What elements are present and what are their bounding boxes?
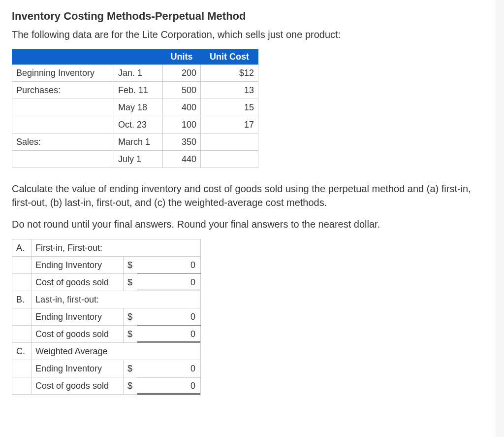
section-letter: C. (12, 343, 32, 360)
row-cost: $12 (201, 65, 258, 82)
answer-row: Cost of goods sold $ 0 (12, 274, 201, 291)
row-cost (201, 151, 258, 168)
table-row: Beginning Inventory Jan. 1 200 $12 (12, 65, 258, 82)
ei-value-input[interactable]: 0 (137, 257, 201, 274)
th-blank-1 (12, 50, 114, 65)
section-name: Last-in, first-out: (32, 291, 201, 308)
page-title: Inventory Costing Methods-Perpetual Meth… (12, 10, 492, 23)
section-letter: A. (12, 239, 32, 257)
row-label (12, 151, 114, 168)
answer-row: Cost of goods sold $ 0 (12, 326, 201, 343)
cogs-label: Cost of goods sold (32, 377, 124, 395)
cogs-value-input[interactable]: 0 (137, 377, 201, 395)
row-cost (201, 134, 258, 151)
row-label: Sales: (12, 134, 114, 151)
row-date: Feb. 11 (114, 82, 163, 99)
row-label: Purchases: (12, 82, 114, 99)
row-units: 400 (163, 99, 201, 116)
cogs-value-input[interactable]: 0 (137, 274, 201, 291)
answer-row: Ending Inventory $ 0 (12, 308, 201, 326)
row-units: 440 (163, 151, 201, 168)
row-cost: 13 (201, 82, 258, 99)
section-header-row: A. First-in, First-out: (12, 239, 201, 257)
intro-text: The following data are for the Lite Corp… (12, 28, 492, 41)
row-date: Oct. 23 (114, 116, 163, 134)
th-units: Units (163, 50, 201, 65)
cogs-label: Cost of goods sold (32, 274, 124, 291)
answers-table: A. First-in, First-out: Ending Inventory… (12, 239, 201, 395)
ei-value-input[interactable]: 0 (137, 308, 201, 326)
row-units: 100 (163, 116, 201, 134)
section-name: First-in, First-out: (32, 239, 201, 257)
answer-row: Ending Inventory $ 0 (12, 257, 201, 274)
ei-value-input[interactable]: 0 (137, 360, 201, 377)
row-units: 200 (163, 65, 201, 82)
row-date: Jan. 1 (114, 65, 163, 82)
currency-symbol: $ (124, 308, 138, 326)
inventory-data-table: Units Unit Cost Beginning Inventory Jan.… (12, 49, 258, 168)
currency-symbol: $ (124, 257, 138, 274)
row-units: 350 (163, 134, 201, 151)
section-letter: B. (12, 291, 32, 308)
row-cost: 17 (201, 116, 258, 134)
currency-symbol: $ (124, 377, 138, 395)
ei-label: Ending Inventory (32, 257, 124, 274)
row-units: 500 (163, 82, 201, 99)
currency-symbol: $ (124, 274, 138, 291)
answer-row: Cost of goods sold $ 0 (12, 377, 201, 395)
table-row: Sales: March 1 350 (12, 134, 258, 151)
instruction-text: Calculate the value of ending inventory … (12, 182, 492, 209)
scrollbar-track[interactable] (496, 0, 504, 404)
section-header-row: B. Last-in, first-out: (12, 291, 201, 308)
section-header-row: C. Weighted Average (12, 343, 201, 360)
th-unit-cost: Unit Cost (201, 50, 258, 65)
ei-label: Ending Inventory (32, 308, 124, 326)
section-name: Weighted Average (32, 343, 201, 360)
ei-label: Ending Inventory (32, 360, 124, 377)
row-label (12, 99, 114, 116)
table-row: Purchases: Feb. 11 500 13 (12, 82, 258, 99)
answer-row: Ending Inventory $ 0 (12, 360, 201, 377)
row-date: July 1 (114, 151, 163, 168)
currency-symbol: $ (124, 360, 138, 377)
rounding-text: Do not round until your final answers. R… (12, 217, 492, 231)
cogs-value-input[interactable]: 0 (137, 326, 201, 343)
table-row: May 18 400 15 (12, 99, 258, 116)
row-cost: 15 (201, 99, 258, 116)
currency-symbol: $ (124, 326, 138, 343)
row-label: Beginning Inventory (12, 65, 114, 82)
table-row: July 1 440 (12, 151, 258, 168)
row-date: March 1 (114, 134, 163, 151)
th-blank-2 (114, 50, 163, 65)
row-date: May 18 (114, 99, 163, 116)
row-label (12, 116, 114, 134)
table-row: Oct. 23 100 17 (12, 116, 258, 134)
cogs-label: Cost of goods sold (32, 326, 124, 343)
